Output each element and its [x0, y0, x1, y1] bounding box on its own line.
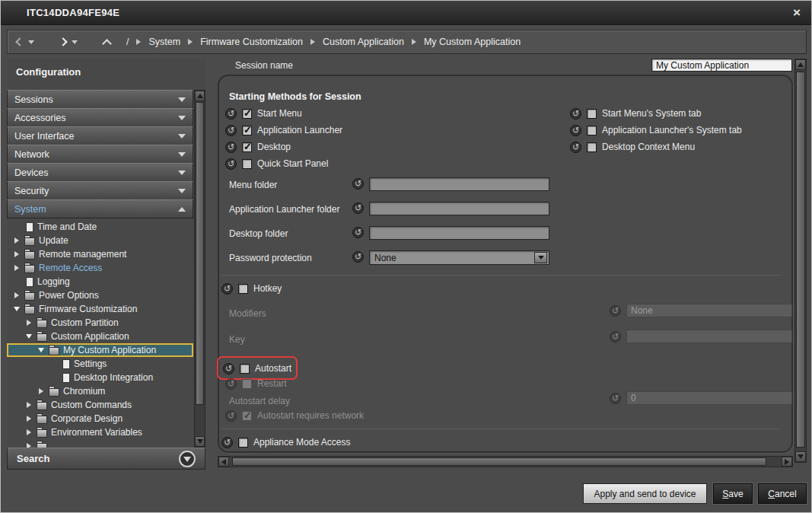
revert-default-icon[interactable]: [225, 108, 237, 119]
scroll-left-icon[interactable]: [218, 457, 229, 467]
expander-collapsed-icon[interactable]: [37, 388, 45, 394]
tree-item-firmware-customization[interactable]: Firmware Customization: [7, 302, 193, 316]
revert-default-icon[interactable]: [352, 178, 364, 190]
tree-item-custom-commands[interactable]: Custom Commands: [7, 398, 193, 412]
autostart-delay-label: Autostart delay: [229, 396, 290, 406]
revert-default-icon[interactable]: [223, 363, 234, 374]
back-history-dropdown-icon[interactable]: [28, 40, 34, 44]
revert-default-icon[interactable]: [352, 227, 364, 238]
expander-collapsed-icon[interactable]: [25, 429, 33, 435]
appliance-mode-access-checkbox[interactable]: [238, 438, 248, 448]
expander-collapsed-icon[interactable]: [25, 402, 33, 408]
back-icon[interactable]: [15, 37, 24, 46]
sidebar-section-accessories[interactable]: Accessories: [7, 108, 193, 127]
expander-expanded-icon[interactable]: [25, 334, 33, 339]
breadcrumb-item-system[interactable]: System: [148, 37, 180, 47]
tree-item-update[interactable]: Update: [7, 234, 193, 247]
tree-item-custom-application[interactable]: Custom Application: [7, 330, 193, 343]
expander-collapsed-icon[interactable]: [13, 251, 21, 257]
scroll-right-icon[interactable]: [782, 457, 792, 467]
revert-default-icon[interactable]: [352, 251, 364, 263]
forward-history-dropdown-icon[interactable]: [72, 40, 78, 44]
search-section[interactable]: Search: [7, 448, 205, 470]
application-launcher-checkbox[interactable]: [242, 126, 252, 135]
sidebar-section-security[interactable]: Security: [7, 181, 193, 200]
tree-scrollbar-thumb[interactable]: [196, 102, 204, 405]
scroll-down-icon[interactable]: [195, 436, 205, 447]
cancel-button[interactable]: Cancel: [758, 483, 807, 504]
session-name-input[interactable]: [651, 59, 792, 72]
window-title: ITC14DDA94FE94E: [27, 7, 119, 18]
vertical-scrollbar-thumb[interactable]: [796, 72, 805, 448]
close-icon[interactable]: ×: [793, 6, 801, 19]
tree-vertical-scrollbar[interactable]: [194, 90, 205, 448]
sidebar-section-user-interface[interactable]: User Interface: [7, 126, 193, 145]
tree-item-desktop-integration[interactable]: Desktop Integration: [7, 371, 193, 384]
tree-item-chromium[interactable]: Chromium: [7, 384, 193, 398]
tree-item-time-and-date[interactable]: Time and Date: [7, 220, 193, 234]
sidebar-section-sessions[interactable]: Sessions: [7, 90, 193, 109]
tree-item-remote-access[interactable]: Remote Access: [7, 261, 193, 275]
application-launcher-folder-input[interactable]: [369, 202, 549, 215]
revert-default-icon[interactable]: [225, 158, 237, 170]
autostart-checkbox[interactable]: [240, 364, 250, 374]
tree-item-custom-partition[interactable]: Custom Partition: [7, 316, 193, 330]
tree-item-environment-variables[interactable]: Environment Variables: [7, 425, 193, 439]
password-protection-select[interactable]: None: [369, 250, 549, 265]
revert-default-icon[interactable]: [225, 125, 237, 136]
expander-collapsed-icon[interactable]: [13, 237, 21, 244]
revert-default-icon[interactable]: [221, 437, 233, 448]
tree-item-my-custom-application[interactable]: My Custom Application: [7, 343, 193, 357]
tree-item-remote-management[interactable]: Remote management: [7, 247, 193, 261]
revert-default-icon[interactable]: [225, 142, 237, 153]
quick-start-panel-checkbox[interactable]: [242, 159, 252, 169]
breadcrumb-separator-icon: [310, 39, 315, 45]
tree-item-logging[interactable]: Logging: [7, 275, 193, 288]
scroll-up-icon[interactable]: [195, 91, 205, 101]
expander-expanded-icon[interactable]: [13, 307, 21, 311]
expander-collapsed-icon[interactable]: [25, 320, 33, 326]
save-button[interactable]: Save: [713, 483, 753, 504]
expander-collapsed-icon[interactable]: [25, 416, 33, 422]
horizontal-scrollbar-thumb[interactable]: [232, 457, 766, 466]
scroll-down-icon[interactable]: [795, 451, 806, 462]
tree-item-power-options[interactable]: Power Options: [7, 288, 193, 302]
up-level-icon[interactable]: [102, 39, 112, 49]
sidebar-section-devices[interactable]: Devices: [7, 163, 193, 182]
expander-expanded-icon[interactable]: [37, 348, 45, 352]
key-input: [626, 330, 792, 343]
tree-item-corporate-design[interactable]: Corporate Design: [7, 412, 193, 425]
desktop-folder-input[interactable]: [369, 226, 549, 240]
start-menu-checkbox[interactable]: [242, 109, 252, 119]
breadcrumb-item-firmware-customization[interactable]: Firmware Customization: [200, 37, 303, 47]
application-launcher-system-tab-checkbox[interactable]: [587, 126, 597, 135]
dropdown-arrow-icon[interactable]: [534, 252, 547, 263]
tree-item-partial[interactable]: [7, 439, 193, 448]
sidebar-section-network[interactable]: Network: [7, 145, 193, 164]
revert-default-icon[interactable]: [570, 125, 581, 136]
sidebar-section-system[interactable]: System: [7, 199, 193, 218]
apply-and-send-button[interactable]: Apply and send to device: [583, 483, 707, 504]
main-vertical-scrollbar[interactable]: [794, 59, 807, 463]
revert-default-icon[interactable]: [221, 283, 233, 295]
scroll-up-icon[interactable]: [795, 59, 806, 70]
breadcrumb-item-my-custom-application[interactable]: My Custom Application: [424, 37, 521, 47]
chevron-down-icon: [178, 97, 186, 102]
desktop-context-menu-checkbox[interactable]: [587, 142, 597, 152]
revert-default-icon[interactable]: [570, 142, 581, 153]
search-expand-button[interactable]: [179, 451, 196, 467]
start-menu-system-tab-checkbox[interactable]: [587, 109, 597, 119]
revert-default-icon[interactable]: [352, 202, 364, 214]
revert-default-icon[interactable]: [570, 108, 581, 119]
forward-icon[interactable]: [59, 37, 67, 46]
hotkey-checkbox[interactable]: [238, 284, 248, 294]
breadcrumb-item-custom-application[interactable]: Custom Application: [323, 37, 404, 47]
breadcrumb-separator-icon: [136, 39, 141, 45]
expander-collapsed-icon[interactable]: [13, 265, 21, 271]
expander-collapsed-icon[interactable]: [13, 292, 21, 298]
tree-item-settings[interactable]: Settings: [7, 357, 193, 371]
breadcrumb-root[interactable]: /: [126, 37, 129, 47]
menu-folder-input[interactable]: [369, 177, 549, 191]
desktop-checkbox[interactable]: [242, 142, 252, 152]
main-horizontal-scrollbar[interactable]: [218, 456, 793, 467]
